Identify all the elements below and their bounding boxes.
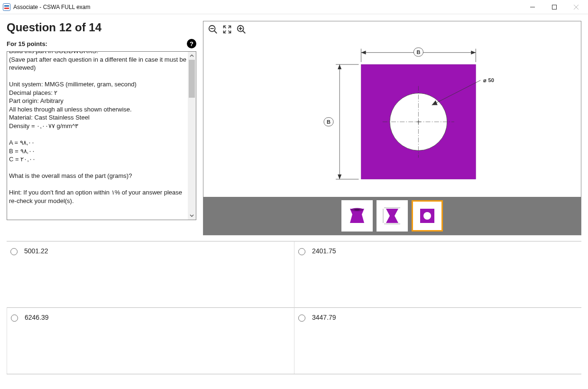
- question-header: Question 12 of 14: [7, 21, 196, 34]
- image-toolbar: [203, 21, 581, 37]
- question-body: Build this part in SOLIDWORKS. (Save par…: [9, 51, 187, 205]
- svg-rect-0: [3, 3, 10, 10]
- zoom-in-icon[interactable]: [235, 23, 248, 36]
- thumbnail-1[interactable]: [377, 200, 408, 232]
- svg-line-8: [214, 31, 217, 34]
- radio-icon[interactable]: [298, 248, 305, 255]
- question-pane: Question 12 of 14 For 15 points: ? Build…: [7, 21, 196, 235]
- answer-option-2[interactable]: 6246.39: [7, 307, 294, 374]
- diameter-callout: ⌀ 50: [483, 77, 494, 83]
- svg-rect-4: [552, 5, 557, 9]
- answer-label: 6246.39: [25, 314, 49, 321]
- maximize-button[interactable]: [543, 0, 565, 14]
- radio-icon[interactable]: [10, 248, 18, 255]
- fit-icon[interactable]: [220, 23, 234, 36]
- dim-b-top: B: [416, 49, 420, 55]
- help-icon[interactable]: ?: [187, 39, 196, 48]
- window-title: Associate - CSWA FULL exam: [13, 4, 522, 10]
- thumbnail-strip: [203, 197, 581, 235]
- answer-label: 2401.75: [312, 247, 336, 255]
- zoom-out-icon[interactable]: [206, 23, 220, 36]
- svg-point-44: [423, 212, 431, 220]
- answers-area: 5001.22 2401.75 6246.39 3447.79: [0, 241, 588, 374]
- thumbnail-2[interactable]: [412, 200, 443, 232]
- title-bar: Associate - CSWA FULL exam: [0, 0, 588, 14]
- drawing-view[interactable]: B B ⌀ 50: [203, 37, 581, 197]
- answer-option-1[interactable]: 2401.75: [294, 241, 581, 307]
- minimize-button[interactable]: [522, 0, 543, 14]
- scrollbar[interactable]: [188, 52, 196, 220]
- svg-marker-32: [338, 175, 341, 179]
- answer-option-3[interactable]: 3447.79: [294, 307, 581, 374]
- svg-line-11: [243, 31, 246, 34]
- radio-icon[interactable]: [11, 315, 18, 322]
- scroll-down-icon[interactable]: [188, 212, 196, 220]
- svg-point-38: [354, 209, 360, 211]
- scroll-up-icon[interactable]: [188, 52, 196, 60]
- svg-marker-39: [386, 209, 398, 223]
- answer-option-0[interactable]: 5001.22: [7, 241, 294, 307]
- dim-b-left: B: [327, 119, 331, 125]
- radio-icon[interactable]: [298, 315, 305, 322]
- svg-marker-31: [338, 65, 341, 69]
- svg-marker-26: [471, 51, 476, 55]
- answer-label: 5001.22: [24, 247, 48, 255]
- question-text-box: Build this part in SOLIDWORKS. (Save par…: [7, 51, 196, 220]
- answer-label: 3447.79: [312, 314, 336, 321]
- image-pane: B B ⌀ 50: [203, 21, 581, 235]
- close-button[interactable]: [565, 0, 587, 14]
- svg-rect-1: [4, 5, 9, 7]
- thumbnail-0[interactable]: [341, 200, 373, 232]
- scroll-thumb[interactable]: [189, 60, 195, 98]
- app-icon: [3, 3, 10, 11]
- scroll-track[interactable]: [188, 60, 196, 212]
- points-label: For 15 points:: [7, 40, 47, 47]
- svg-rect-2: [4, 8, 9, 9]
- svg-marker-25: [361, 51, 366, 55]
